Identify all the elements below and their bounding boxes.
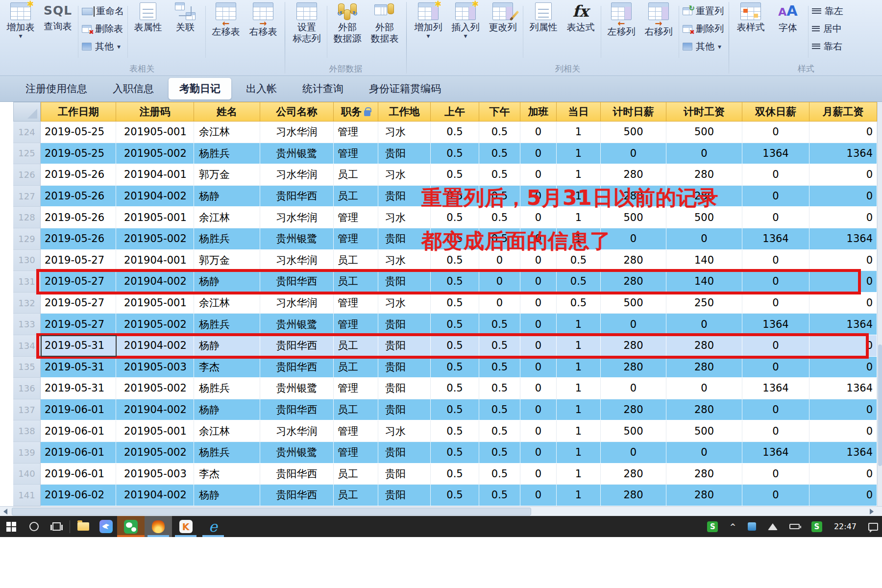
table-cell[interactable]: 0.5 [479, 378, 520, 399]
column-header[interactable]: 工作日期 [41, 102, 116, 122]
battery-icon[interactable] [789, 524, 800, 529]
table-cell[interactable]: 0.5 [479, 357, 520, 378]
table-cell[interactable]: 余江林 [194, 122, 260, 143]
table-cell[interactable]: 0 [520, 420, 557, 442]
table-cell[interactable]: 280 [601, 164, 666, 186]
table-cell[interactable]: 280 [601, 271, 666, 293]
clock[interactable]: 22:47 [834, 522, 857, 531]
input-app-button[interactable] [95, 516, 117, 537]
table-cell[interactable]: 管理 [334, 143, 378, 165]
reset-column-button[interactable]: ↻ 重置列 [683, 5, 724, 18]
table-cell[interactable]: 0 [520, 378, 557, 399]
add-column-button[interactable]: ✱ 增加列 ▾ [410, 1, 447, 63]
table-cell[interactable]: 201904-002 [116, 485, 194, 506]
table-cell[interactable]: 2019-05-27 [41, 250, 116, 271]
table-cell[interactable]: 管理 [334, 314, 378, 335]
table-cell[interactable]: 0 [520, 314, 557, 335]
table-cell[interactable]: 0 [666, 378, 742, 399]
table-cell[interactable]: 0.5 [479, 442, 520, 464]
table-cell[interactable]: 2019-06-01 [41, 464, 116, 485]
table-cell[interactable]: 0.5 [557, 293, 601, 314]
table-cell[interactable]: 280 [666, 464, 742, 485]
column-header[interactable]: 职务 [334, 102, 378, 122]
table-cell[interactable]: 0.5 [479, 314, 520, 335]
table-cell[interactable]: 280 [601, 485, 666, 506]
table-cell[interactable]: 杨胜兵 [194, 378, 260, 399]
table-cell[interactable]: 1 [557, 420, 601, 442]
table-cell[interactable]: 贵阳 [378, 314, 431, 335]
column-header[interactable]: 计时工资 [666, 102, 742, 122]
table-cell[interactable]: 贵阳 [378, 335, 431, 357]
sheet-tab[interactable]: 考勤日记 [169, 78, 231, 99]
table-cell[interactable]: 贵阳 [378, 378, 431, 399]
table-cell[interactable]: 习水 [378, 122, 431, 143]
table-cell[interactable]: 2019-06-01 [41, 442, 116, 464]
table-cell[interactable]: 2019-05-27 [41, 293, 116, 314]
table-cell[interactable]: 习水华润 [260, 250, 334, 271]
table-cell[interactable]: 500 [601, 293, 666, 314]
table-cell[interactable]: 贵阳 [378, 271, 431, 293]
file-explorer-button[interactable] [72, 516, 95, 537]
table-cell[interactable]: 0 [520, 271, 557, 293]
row-number[interactable]: 126 [13, 164, 41, 186]
table-cell[interactable]: 2019-05-26 [41, 228, 116, 250]
horizontal-scrollbar[interactable] [0, 506, 882, 516]
table-cell[interactable]: 0.5 [431, 293, 479, 314]
table-cell[interactable]: 0.5 [431, 357, 479, 378]
other-table-button[interactable]: 其他 ▾ [82, 40, 124, 53]
wifi-icon[interactable] [768, 523, 778, 530]
table-cell[interactable]: 201905-002 [116, 314, 194, 335]
table-cell[interactable]: 1364 [742, 228, 809, 250]
table-cell[interactable]: 0 [520, 485, 557, 506]
table-cell[interactable]: 2019-05-26 [41, 186, 116, 207]
table-cell[interactable]: 贵阳 [378, 143, 431, 165]
table-cell[interactable]: 0.5 [431, 485, 479, 506]
column-header[interactable]: 公司名称 [260, 102, 334, 122]
column-header[interactable]: 工作地 [378, 102, 431, 122]
table-cell[interactable]: 员工 [334, 485, 378, 506]
move-table-right-button[interactable]: → 右移表 [245, 1, 282, 63]
sheet-tab[interactable]: 身份证籍贯编码 [358, 78, 452, 99]
font-button[interactable]: AA 字体 [769, 1, 807, 63]
table-cell[interactable]: 李杰 [194, 357, 260, 378]
internet-explorer-button[interactable]: e [199, 516, 227, 537]
table-cell[interactable]: 0 [520, 357, 557, 378]
table-cell[interactable]: 201905-001 [116, 207, 194, 228]
table-cell[interactable]: 0 [601, 314, 666, 335]
vertical-scrollbar[interactable] [877, 102, 882, 506]
row-number[interactable]: 128 [13, 207, 41, 228]
start-button[interactable] [0, 516, 23, 537]
table-cell[interactable]: 2019-05-25 [41, 143, 116, 165]
table-cell[interactable]: 1 [557, 378, 601, 399]
table-cell[interactable]: 0.5 [479, 399, 520, 421]
table-cell[interactable]: 201905-002 [116, 143, 194, 165]
table-cell[interactable]: 贵州银鹭 [260, 378, 334, 399]
table-cell[interactable]: 李杰 [194, 464, 260, 485]
row-number[interactable]: 132 [13, 293, 41, 314]
table-cell[interactable]: 2019-05-31 [41, 335, 116, 357]
hidden-icons-chevron[interactable]: ^ [730, 522, 736, 531]
table-cell[interactable]: 习水华润 [260, 207, 334, 228]
table-cell[interactable]: 杨胜兵 [194, 314, 260, 335]
table-cell[interactable]: 贵阳华西 [260, 464, 334, 485]
table-cell[interactable]: 0 [742, 250, 809, 271]
table-cell[interactable]: 1 [557, 442, 601, 464]
table-cell[interactable]: 201904-002 [116, 271, 194, 293]
table-cell[interactable]: 1 [557, 357, 601, 378]
table-cell[interactable]: 员工 [334, 464, 378, 485]
row-number[interactable]: 127 [13, 186, 41, 207]
table-cell[interactable]: 管理 [334, 420, 378, 442]
table-cell[interactable]: 2019-05-27 [41, 314, 116, 335]
table-cell[interactable]: 杨静 [194, 335, 260, 357]
external-datatable-button[interactable]: 外部 数据表 [366, 1, 403, 63]
sheet-tab[interactable]: 注册使用信息 [15, 78, 98, 99]
table-cell[interactable]: 0 [520, 122, 557, 143]
table-cell[interactable]: 0 [520, 143, 557, 165]
table-cell[interactable]: 0.5 [431, 335, 479, 357]
table-cell[interactable]: 0.5 [431, 164, 479, 186]
row-number[interactable]: 138 [13, 420, 41, 442]
table-cell[interactable]: 0 [601, 378, 666, 399]
table-cell[interactable]: 0.5 [431, 442, 479, 464]
table-cell[interactable]: 201904-002 [116, 335, 194, 357]
table-cell[interactable]: 贵州银鹭 [260, 314, 334, 335]
